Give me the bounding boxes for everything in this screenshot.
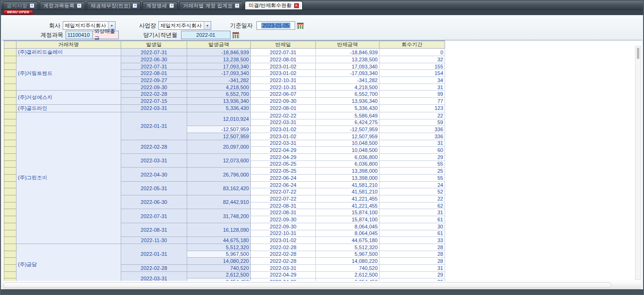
collection-days-cell: 55	[380, 175, 445, 182]
settlement-amount-cell: 13,238,500	[316, 56, 380, 63]
tab[interactable]: 계정명세✕	[142, 1, 178, 9]
row-selector-cell[interactable]	[4, 278, 17, 281]
occurrence-date-cell: 2022-11-30	[121, 237, 187, 244]
account-name-field[interactable]: 외상매출금	[93, 31, 119, 39]
row-selector-cell[interactable]	[4, 271, 17, 278]
row-selector-cell[interactable]	[4, 56, 17, 63]
collection-days-cell: 24	[380, 181, 445, 188]
settlement-amount-cell: 14,080,220	[316, 258, 380, 265]
collection-days-cell: 0	[380, 49, 445, 56]
occurrence-amount-cell: -17,093,340	[187, 70, 251, 77]
site-select[interactable]: 제일저지주식회사 ▼	[158, 21, 211, 30]
occurrence-date-cell: 2022-02-28	[121, 264, 187, 271]
row-selector-cell[interactable]	[4, 84, 17, 91]
row-selector-cell[interactable]	[4, 216, 17, 223]
base-date-input[interactable]: 2023-01-05	[256, 21, 295, 30]
row-selector-cell[interactable]	[4, 91, 17, 98]
tab[interactable]: 공지사항✕	[3, 1, 38, 9]
occurrence-amount-cell: 4,218,500	[187, 84, 251, 91]
filter-form: 회사 제일저지주식회사 ▼ 사업장 제일저지주식회사 ▼ 기준일자 2023-0…	[2, 15, 642, 40]
row-selector-cell[interactable]	[4, 175, 17, 182]
row-selector-cell[interactable]	[4, 49, 17, 56]
collection-days-cell: 336	[380, 126, 445, 133]
row-selector-cell[interactable]	[4, 188, 17, 195]
row-selector-cell[interactable]	[4, 119, 17, 126]
column-header-customer: 거래처명	[17, 41, 121, 49]
tab-label: 거래처별 계정 집계표	[183, 2, 232, 9]
row-selector-cell[interactable]	[4, 251, 17, 258]
row-selector-cell[interactable]	[4, 202, 17, 209]
settlement-amount-cell: 6,424,275	[316, 119, 380, 126]
row-selector-cell[interactable]	[4, 168, 17, 175]
collection-days-cell: 55	[380, 160, 445, 168]
column-header-occur-amount: 발생금액	[187, 41, 251, 49]
row-selector-cell[interactable]	[4, 230, 17, 237]
tab[interactable]: 미결/반제회수현황✕	[245, 1, 302, 9]
calendar-icon[interactable]	[232, 32, 239, 38]
period-start-value: 2022-01	[196, 32, 215, 38]
vertical-scrollbar[interactable]	[635, 46, 641, 280]
collection-days-cell: 59	[380, 119, 445, 126]
horizontal-scrollbar[interactable]	[2, 281, 642, 289]
row-selector-cell[interactable]	[4, 264, 17, 271]
vertical-scrollbar-thumb[interactable]	[637, 48, 639, 59]
tab[interactable]: 계정과목등록✕	[40, 1, 85, 9]
calendar-icon[interactable]	[297, 23, 304, 29]
collection-days-cell: 154	[380, 70, 445, 77]
row-selector-cell[interactable]	[4, 258, 17, 265]
collection-days-cell: 31	[380, 264, 445, 271]
tab-bar: 공지사항✕계정과목등록✕채권채무장(전표)✕계정명세✕거래처별 계정 집계표✕미…	[1, 1, 643, 10]
settlement-date-cell: 2022-05-25	[251, 160, 316, 168]
row-selector-cell[interactable]	[4, 63, 17, 70]
table-row: (주)갤러리드슬레이2022-07-31-18,846,9392022-07-3…	[4, 49, 445, 56]
tab-close-icon[interactable]: ✕	[30, 3, 34, 8]
settlement-date-cell: 2022-03-31	[251, 140, 316, 147]
occurrence-date-cell: 2022-07-31	[121, 209, 187, 223]
tab-close-icon[interactable]: ✕	[77, 3, 82, 8]
settlement-amount-cell: 6,552,700	[316, 91, 380, 98]
settlement-amount-cell: 12,507,959	[316, 133, 380, 140]
settlement-amount-cell: 13,398,000	[316, 175, 380, 182]
row-selector-cell[interactable]	[4, 223, 17, 230]
row-selector-cell[interactable]	[4, 112, 17, 119]
receivables-table-body: (주)갤러리드슬레이2022-07-31-18,846,9392022-07-3…	[4, 49, 445, 281]
row-selector-cell[interactable]	[4, 147, 17, 154]
customer-cell: (주)골드라인	[17, 104, 121, 112]
row-selector-cell[interactable]	[4, 133, 17, 140]
row-selector-cell[interactable]	[4, 195, 17, 202]
collection-days-cell: 31	[380, 209, 445, 216]
tab[interactable]: 거래처별 계정 집계표✕	[179, 1, 243, 9]
tab[interactable]: 채권채무장(전표)✕	[87, 1, 141, 9]
tab-close-icon[interactable]: ✕	[294, 3, 299, 8]
row-selector-cell[interactable]	[4, 209, 17, 216]
horizontal-scrollbar-thumb[interactable]	[3, 282, 611, 288]
tab-label: 계정명세	[146, 2, 167, 9]
settlement-date-cell: 2022-08-31	[251, 209, 316, 216]
period-start-input[interactable]: 2022-01	[181, 31, 231, 39]
settlement-amount-cell: -18,846,939	[316, 49, 380, 56]
row-selector-cell[interactable]	[4, 160, 17, 168]
tab-close-icon[interactable]: ✕	[132, 3, 137, 8]
collection-days-cell: 22	[380, 195, 445, 202]
settlement-date-cell: 2023-01-02	[251, 237, 316, 244]
row-selector-cell[interactable]	[4, 140, 17, 147]
tab-close-icon[interactable]: ✕	[169, 3, 174, 8]
tab-close-icon[interactable]: ✕	[235, 3, 239, 8]
base-date-value: 2023-01-05	[261, 23, 290, 28]
row-selector-cell[interactable]	[4, 70, 17, 77]
row-selector-cell[interactable]	[4, 98, 17, 105]
occurrence-amount-cell: 17,093,340	[187, 63, 251, 70]
settlement-date-cell: 2022-02-28	[251, 244, 316, 251]
row-selector-cell[interactable]	[4, 104, 17, 112]
menu-open-button[interactable]: MENU OPEN	[3, 10, 33, 15]
row-selector-cell[interactable]	[4, 153, 17, 160]
row-selector-cell[interactable]	[4, 181, 17, 188]
row-selector-cell[interactable]	[4, 244, 17, 251]
row-selector-cell[interactable]	[4, 237, 17, 244]
account-code-input[interactable]: 11100410	[66, 31, 93, 39]
row-selector-cell[interactable]	[4, 126, 17, 133]
occurrence-amount-cell: 740,520	[187, 264, 251, 271]
customer-cell: (주)그린조이	[17, 112, 121, 244]
row-selector-cell[interactable]	[4, 77, 17, 84]
occurrence-amount-cell: -12,507,959	[187, 126, 251, 133]
